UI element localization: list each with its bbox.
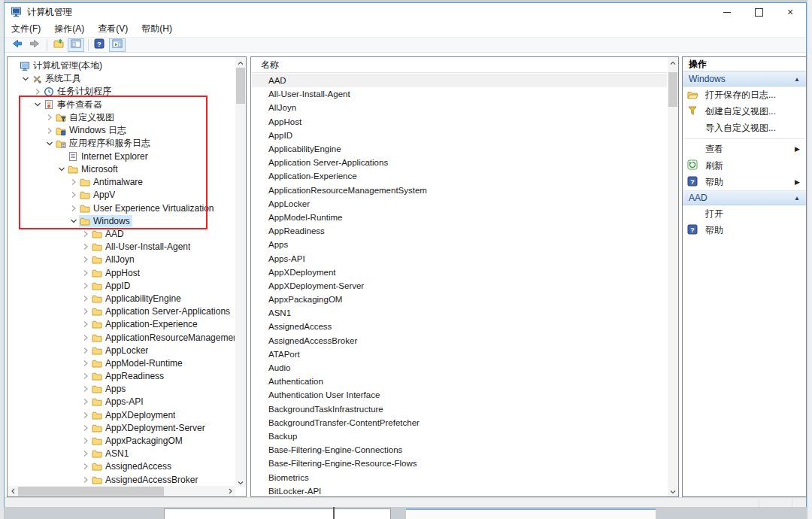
list-item[interactable]: BitLocker-API: [252, 484, 667, 496]
list-item[interactable]: All-User-Install-Agent: [252, 87, 667, 101]
tree-row[interactable]: ApplicabilityEngine: [8, 292, 235, 305]
tree-row[interactable]: Antimalware: [8, 176, 235, 189]
tree-node[interactable]: AppV: [79, 189, 117, 201]
chevron-right-icon[interactable]: [80, 423, 91, 433]
tree-node[interactable]: ApplicationResourceManagementSystem: [91, 332, 235, 344]
toolbar-button-show-console-tree[interactable]: [50, 38, 67, 52]
chevron-right-icon[interactable]: [80, 306, 91, 317]
minimize-button[interactable]: [711, 3, 743, 21]
tree-row[interactable]: AppLocker: [8, 344, 235, 357]
tree-node[interactable]: AssignedAccessBroker: [91, 474, 200, 485]
scroll-thumb[interactable]: [236, 68, 245, 104]
toolbar-button-back-arrow[interactable]: [9, 38, 26, 52]
list-item[interactable]: Audio: [252, 361, 667, 375]
tree-node[interactable]: AssignedAccess: [91, 460, 174, 472]
list-item[interactable]: BackgroundTaskInfrastructure: [252, 402, 667, 416]
list-item[interactable]: AppReadiness: [252, 224, 667, 238]
tree-row[interactable]: 事件查看器: [8, 99, 235, 111]
list-vertical-scrollbar[interactable]: [668, 57, 678, 496]
list-item[interactable]: AppLocker: [252, 197, 667, 211]
chevron-right-icon[interactable]: [80, 281, 91, 291]
list-item[interactable]: Base-Filtering-Engine-Connections: [252, 443, 667, 457]
list-item[interactable]: ASN1: [252, 306, 667, 320]
chevron-right-icon[interactable]: [80, 229, 91, 239]
tree-row[interactable]: Apps: [8, 383, 235, 396]
action-item[interactable]: ?帮助▶: [683, 174, 806, 190]
chevron-right-icon[interactable]: [68, 177, 79, 187]
chevron-right-icon[interactable]: [44, 112, 55, 123]
tree-row[interactable]: AppReadiness: [8, 370, 235, 383]
menu-item-1[interactable]: 操作(A): [47, 21, 91, 37]
tree-row[interactable]: AppHost: [8, 266, 235, 279]
list-item[interactable]: Authentication User Interface: [252, 388, 667, 402]
action-item[interactable]: 导入自定义视图...: [683, 120, 806, 136]
chevron-right-icon[interactable]: [80, 448, 91, 459]
tree-node[interactable]: All-User-Install-Agent: [91, 241, 192, 253]
list-item[interactable]: AppXDeployment: [252, 266, 667, 279]
chevron-right-icon[interactable]: [80, 461, 91, 472]
tree-node[interactable]: AppID: [91, 280, 132, 292]
list-item[interactable]: AssignedAccessBroker: [252, 334, 667, 348]
tree-row[interactable]: AppV: [8, 189, 235, 202]
scroll-thumb[interactable]: [668, 72, 677, 107]
chevron-right-icon[interactable]: [80, 332, 91, 343]
chevron-right-icon[interactable]: [80, 396, 91, 407]
chevron-right-icon[interactable]: [80, 371, 91, 381]
tree-row[interactable]: AllJoyn: [8, 253, 235, 266]
list-item[interactable]: Apps: [252, 238, 667, 251]
list-item[interactable]: AssignedAccess: [252, 320, 667, 333]
toolbar-button-console-window[interactable]: [68, 38, 84, 52]
tree-node[interactable]: 应用程序和服务日志: [55, 138, 153, 150]
tree-node[interactable]: AppReadiness: [91, 370, 166, 382]
tree-node[interactable]: 系统工具: [31, 73, 83, 85]
tree-node[interactable]: Antimalware: [79, 176, 145, 188]
tree-node[interactable]: 事件查看器: [43, 99, 105, 111]
tree-horizontal-scrollbar[interactable]: [8, 486, 235, 496]
tree-row[interactable]: Application-Experience: [8, 318, 235, 331]
tree-node[interactable]: Apps-API: [91, 396, 146, 408]
list-item[interactable]: AppXDeployment-Server: [252, 279, 667, 293]
tree-node[interactable]: AppXDeployment: [91, 409, 177, 421]
tree-node[interactable]: Apps: [91, 383, 128, 395]
tree-node[interactable]: 计算机管理(本地): [19, 60, 105, 72]
action-section-header-windows[interactable]: Windows▲: [683, 71, 806, 86]
maximize-button[interactable]: [743, 3, 774, 21]
list-item[interactable]: AppID: [252, 129, 667, 142]
chevron-right-icon[interactable]: [80, 254, 91, 265]
tree-row[interactable]: AppXDeployment: [8, 408, 235, 421]
tree-node[interactable]: AllJoyn: [91, 253, 137, 266]
tree-node[interactable]: AppxPackagingOM: [91, 435, 185, 447]
tree-row[interactable]: AssignedAccessBroker: [8, 473, 235, 485]
menu-item-0[interactable]: 文件(F): [5, 21, 47, 37]
tree-node[interactable]: 自定义视图: [55, 111, 117, 123]
tree-node[interactable]: Application Server-Applications: [91, 305, 232, 317]
list-item[interactable]: Application-Experience: [252, 169, 667, 183]
close-button[interactable]: ×: [774, 3, 806, 21]
action-item[interactable]: 打开保存的日志...: [683, 86, 806, 103]
tree-row[interactable]: AppID: [8, 279, 235, 292]
chevron-down-icon[interactable]: [56, 164, 67, 175]
list-item[interactable]: Application Server-Applications: [252, 156, 667, 169]
action-item[interactable]: 查看▶: [683, 141, 806, 157]
list-item[interactable]: AAD: [252, 74, 667, 87]
menu-item-2[interactable]: 查看(V): [91, 21, 135, 37]
chevron-right-icon[interactable]: [80, 475, 91, 485]
tree-row[interactable]: Windows 日志: [8, 124, 235, 137]
chevron-right-icon[interactable]: [80, 384, 91, 394]
tree-node[interactable]: User Experience Virtualization: [79, 202, 217, 214]
action-item[interactable]: 创建自定义视图...: [683, 103, 806, 120]
action-item[interactable]: 刷新: [683, 157, 806, 174]
tree-row[interactable]: 自定义视图: [8, 111, 235, 124]
toolbar-button-forward-arrow[interactable]: [26, 38, 43, 52]
list-item[interactable]: Base-Filtering-Engine-Resource-Flows: [252, 457, 667, 470]
list-item[interactable]: ApplicationResourceManagementSystem: [252, 184, 667, 197]
toolbar-button-action-pane[interactable]: [109, 38, 126, 52]
chevron-down-icon[interactable]: [44, 138, 55, 149]
chevron-right-icon[interactable]: [80, 358, 91, 369]
scroll-right-arrow[interactable]: [225, 486, 235, 496]
tree-row[interactable]: ASN1: [8, 448, 235, 460]
tree-row[interactable]: AppxPackagingOM: [8, 434, 235, 447]
menu-item-3[interactable]: 帮助(H): [135, 21, 179, 37]
chevron-right-icon[interactable]: [80, 410, 91, 420]
list-item[interactable]: Backup: [252, 429, 667, 443]
